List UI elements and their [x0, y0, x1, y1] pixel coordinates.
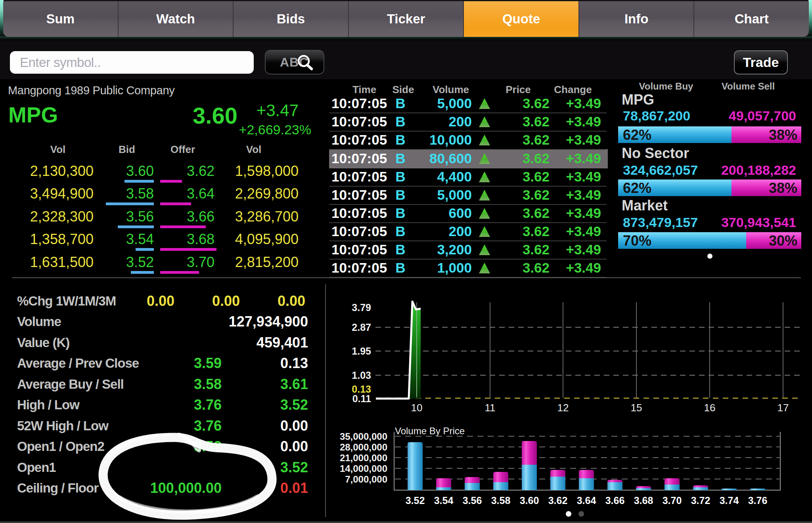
svg-text:3.66: 3.66: [605, 495, 625, 506]
svg-text:3.52: 3.52: [406, 495, 425, 506]
svg-text:3.70: 3.70: [663, 495, 682, 506]
svg-text:11: 11: [485, 402, 496, 414]
svg-text:16: 16: [704, 402, 716, 414]
svg-text:Volume By Price: Volume By Price: [395, 426, 465, 436]
svg-text:1.95: 1.95: [352, 345, 371, 357]
svg-text:3.56: 3.56: [463, 495, 482, 506]
svg-text:3.68: 3.68: [634, 495, 653, 506]
svg-text:3.64: 3.64: [577, 495, 596, 506]
svg-text:7,000,000: 7,000,000: [345, 474, 387, 485]
svg-text:3.72: 3.72: [691, 495, 710, 506]
svg-text:2.87: 2.87: [352, 322, 371, 333]
svg-text:3.60: 3.60: [520, 495, 539, 506]
svg-text:12: 12: [557, 402, 569, 414]
svg-text:10: 10: [411, 402, 423, 414]
svg-text:3.58: 3.58: [491, 495, 511, 506]
svg-text:3.79: 3.79: [352, 302, 371, 313]
svg-text:3.62: 3.62: [548, 495, 568, 506]
svg-text:14,000,000: 14,000,000: [340, 463, 387, 474]
svg-text:3.54: 3.54: [434, 495, 454, 506]
svg-text:0.11: 0.11: [352, 393, 371, 404]
svg-text:35,000,000: 35,000,000: [340, 431, 387, 442]
svg-text:17: 17: [778, 402, 789, 414]
svg-text:28,000,000: 28,000,000: [340, 442, 387, 452]
svg-text:15: 15: [631, 402, 642, 414]
svg-text:3.76: 3.76: [748, 495, 768, 506]
svg-text:3.74: 3.74: [720, 495, 739, 506]
svg-text:21,000,000: 21,000,000: [340, 452, 387, 463]
svg-text:1.03: 1.03: [352, 370, 371, 381]
